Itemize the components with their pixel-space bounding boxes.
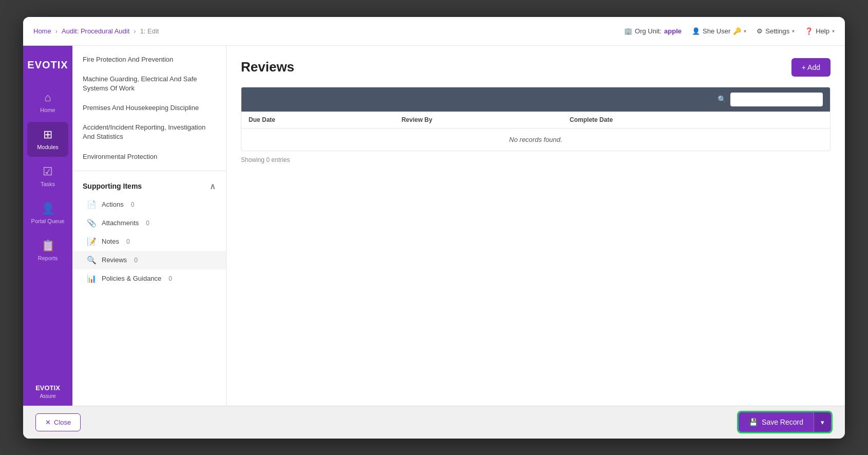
supporting-items-header: Supporting Items ∧ [72, 175, 226, 195]
actions-icon: 📄 [87, 200, 97, 209]
actions-label: Actions [102, 201, 124, 208]
evotix-brand: EVOTIX [35, 384, 60, 393]
col-complete-date: Complete Date [562, 112, 777, 129]
supporting-items-label: Supporting Items [83, 182, 142, 190]
close-icon: ✕ [45, 418, 51, 426]
modules-icon: ⊞ [43, 128, 52, 141]
left-nav: EVOTIX ⌂ Home ⊞ Modules ☑ Tasks 👤 Portal… [23, 46, 72, 406]
col-due-date: Due Date [241, 112, 394, 129]
save-record-dropdown-icon: ▾ [821, 418, 824, 426]
supporting-item-attachments[interactable]: 📎 Attachments 0 [72, 214, 226, 232]
breadcrumb-sep1: › [55, 27, 58, 35]
close-label: Close [54, 418, 71, 426]
close-button[interactable]: ✕ Close [35, 413, 81, 431]
tasks-icon: ☑ [43, 165, 53, 178]
sidebar: Fire Protection And Prevention Machine G… [72, 46, 227, 406]
evotix-sub: Assure [35, 393, 60, 399]
nav-bottom: EVOTIX Assure [35, 384, 60, 406]
reports-label: Reports [38, 255, 58, 261]
no-records-text: No records found. [241, 128, 830, 151]
help-chevron: ▾ [832, 28, 835, 34]
settings-section[interactable]: ⚙ Settings ▾ [757, 27, 795, 35]
topbar-right: 🏢 Org Unit: apple 👤 She User 🔑 ▾ ⚙ Setti… [624, 27, 835, 35]
table-search-icon: 🔍 [718, 95, 726, 103]
table-header-row: Due Date Review By Complete Date [241, 112, 830, 129]
col-actions [777, 112, 830, 129]
sidebar-item-portal-queue[interactable]: 👤 Portal Queue [27, 196, 68, 231]
reviews-icon: 🔍 [87, 256, 97, 265]
sidebar-item-reports[interactable]: 📋 Reports [27, 233, 68, 268]
sidebar-divider [72, 171, 226, 171]
supporting-item-actions[interactable]: 📄 Actions 0 [72, 195, 226, 214]
col-review-by: Review By [394, 112, 562, 129]
entries-count: Showing 0 entries [241, 151, 831, 166]
notes-label: Notes [102, 238, 119, 245]
sidebar-item-modules[interactable]: ⊞ Modules [27, 122, 68, 157]
add-button[interactable]: + Add [791, 58, 831, 77]
user-chevron: ▾ [744, 28, 746, 34]
reviews-title: Reviews [241, 59, 294, 75]
org-unit-value: apple [664, 27, 682, 35]
home-label: Home [40, 107, 55, 113]
save-record-label: Save Record [762, 418, 803, 426]
collapse-icon[interactable]: ∧ [210, 181, 216, 191]
table-search-input[interactable] [730, 93, 823, 106]
save-record-dropdown-button[interactable]: ▾ [814, 412, 831, 432]
help-label: Help [816, 27, 829, 35]
reviews-sidebar-label: Reviews [102, 256, 127, 264]
settings-icon: ⚙ [757, 27, 763, 35]
actions-count: 0 [131, 201, 135, 208]
portal-queue-label: Portal Queue [31, 218, 65, 224]
attachments-label: Attachments [102, 219, 139, 227]
user-section[interactable]: 👤 She User 🔑 ▾ [692, 27, 746, 35]
sidebar-menu-premises[interactable]: Premises And Housekeeping Discipline [72, 98, 226, 118]
sidebar-item-home[interactable]: ⌂ Home [27, 85, 68, 120]
key-icon: 🔑 [733, 27, 741, 35]
supporting-item-policies[interactable]: 📊 Policies & Guidance 0 [72, 269, 226, 288]
supporting-item-reviews[interactable]: 🔍 Reviews 0 [72, 251, 226, 269]
table-no-records-row: No records found. [241, 128, 830, 151]
policies-icon: 📊 [87, 274, 97, 283]
table-header-bar: 🔍 [241, 87, 830, 112]
sidebar-item-tasks[interactable]: ☑ Tasks [27, 159, 68, 194]
save-icon: 💾 [749, 418, 758, 426]
sidebar-menu-fire-protection[interactable]: Fire Protection And Prevention [72, 50, 226, 69]
breadcrumb-home[interactable]: Home [33, 27, 51, 35]
user-name: She User [703, 27, 730, 35]
tasks-label: Tasks [41, 181, 55, 187]
supporting-item-notes[interactable]: 📝 Notes 0 [72, 232, 226, 251]
breadcrumb: Home › Audit: Procedural Audit › 1: Edit [33, 27, 624, 35]
content-area: Reviews + Add 🔍 Due Date Review By C [227, 46, 845, 406]
help-icon: ❓ [805, 27, 813, 35]
nav-logo: EVOTIX [29, 51, 66, 80]
save-record-group: 💾 Save Record ▾ [737, 411, 833, 433]
main-layout: EVOTIX ⌂ Home ⊞ Modules ☑ Tasks 👤 Portal… [23, 46, 845, 406]
settings-chevron: ▾ [792, 28, 795, 34]
modules-label: Modules [37, 144, 59, 150]
attachments-count: 0 [146, 220, 149, 227]
reviews-header: Reviews + Add [241, 58, 831, 77]
logo-text: EVOTIX [27, 59, 68, 71]
home-icon: ⌂ [44, 91, 51, 104]
evotix-assure-logo: EVOTIX Assure [35, 384, 60, 399]
sidebar-menu-accident[interactable]: Accident/Incident Reporting, Investigati… [72, 118, 226, 147]
org-unit-label: Org Unit: [635, 27, 662, 35]
notes-icon: 📝 [87, 237, 97, 246]
sidebar-menu-environmental[interactable]: Environmental Protection [72, 147, 226, 167]
save-record-button[interactable]: 💾 Save Record [739, 412, 814, 432]
sidebar-menu-machine-guarding[interactable]: Machine Guarding, Electrical And Safe Sy… [72, 69, 226, 98]
reports-icon: 📋 [41, 239, 55, 252]
breadcrumb-sep2: › [134, 27, 136, 35]
topbar: Home › Audit: Procedural Audit › 1: Edit… [23, 17, 845, 46]
help-section[interactable]: ❓ Help ▾ [805, 27, 835, 35]
portal-queue-icon: 👤 [41, 202, 55, 215]
user-icon: 👤 [692, 27, 700, 35]
reviews-table: Due Date Review By Complete Date No reco… [241, 112, 830, 151]
policies-count: 0 [168, 275, 172, 282]
reviews-count: 0 [134, 257, 138, 264]
reviews-table-container: 🔍 Due Date Review By Complete Date [241, 87, 831, 151]
notes-count: 0 [126, 238, 130, 245]
breadcrumb-audit[interactable]: Audit: Procedural Audit [62, 27, 129, 35]
footer: ✕ Close 💾 Save Record ▾ [23, 406, 845, 439]
content-inner: Reviews + Add 🔍 Due Date Review By C [227, 46, 845, 406]
